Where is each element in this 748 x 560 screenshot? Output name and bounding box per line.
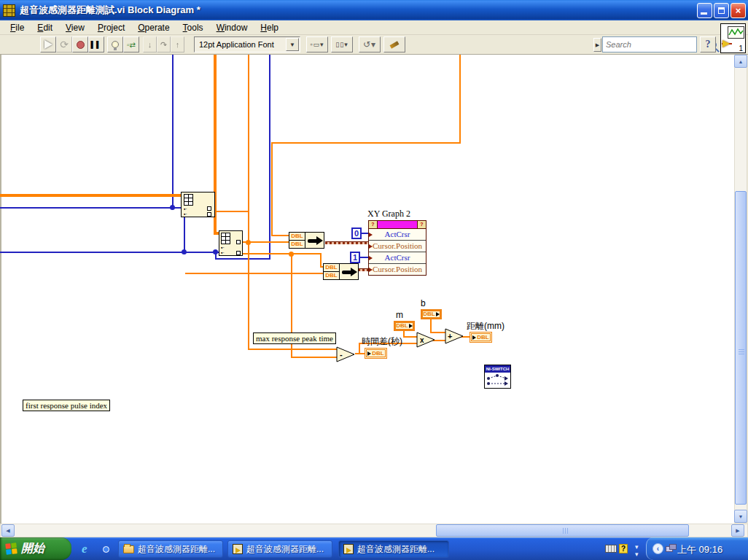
menu-edit[interactable]: Edit <box>31 21 59 34</box>
wire-int[interactable] <box>215 258 270 260</box>
bundle-node-2[interactable]: DBL DBL <box>323 263 359 280</box>
property-row-cursor-position-2[interactable]: Cursor.Position <box>369 264 426 276</box>
close-button[interactable]: × <box>731 3 746 18</box>
block-diagram-canvas[interactable]: ▪· ▪· ▪· ▪· DBL DBL DBL DBL 0 1 XY Graph… <box>0 55 734 524</box>
scroll-left-button[interactable]: ◀ <box>1 524 15 537</box>
scroll-down-button[interactable]: ▼ <box>734 510 747 523</box>
wire-dbl[interactable] <box>459 55 461 144</box>
property-node-title[interactable]: XY Graph 2 <box>367 209 410 219</box>
wire-dbl[interactable] <box>359 343 360 354</box>
language-bar-minimize-icon[interactable]: ▾▾ <box>635 543 639 558</box>
step-over-button[interactable]: ↷ <box>157 36 171 52</box>
wire-int[interactable] <box>269 55 270 260</box>
internet-explorer-icon[interactable]: e <box>82 542 93 554</box>
menu-help[interactable]: Help <box>254 21 285 34</box>
wire-dbl[interactable] <box>271 235 291 236</box>
wire-int[interactable] <box>172 55 174 209</box>
wire-dbl[interactable] <box>271 142 273 236</box>
free-label-max-response[interactable]: max response peak time <box>253 332 336 344</box>
retain-wire-values-button[interactable]: ▫⇄ <box>123 36 139 52</box>
add-node[interactable]: + <box>445 328 464 345</box>
scroll-up-button[interactable]: ▲ <box>734 55 747 68</box>
menu-view[interactable]: View <box>59 21 91 34</box>
menu-tools[interactable]: Tools <box>176 21 210 34</box>
wire-dbl[interactable] <box>185 273 327 274</box>
cleanup-diagram-button[interactable] <box>383 36 405 52</box>
toolbar-overflow-button[interactable]: ▶ <box>593 38 601 52</box>
horizontal-scroll-thumb[interactable] <box>436 524 689 537</box>
wire-int[interactable] <box>0 207 182 209</box>
taskbar-item-labview-2[interactable]: 超音波感測器距離... <box>338 540 449 558</box>
wire-dbl[interactable] <box>241 253 322 254</box>
vi-icon[interactable]: 1 <box>720 23 746 53</box>
wire-dbl[interactable] <box>215 211 249 212</box>
wire-int[interactable] <box>184 217 185 252</box>
keyboard-layout-icon[interactable] <box>605 545 617 553</box>
distribute-objects-button[interactable]: ▯▯▾ <box>331 36 353 52</box>
wire-dbl[interactable] <box>430 318 432 333</box>
taskbar-item-folder[interactable]: 超音波感測器距離... <box>118 540 223 558</box>
vertical-scroll-thumb[interactable] <box>735 191 747 505</box>
control-terminal-m[interactable]: DBL <box>394 321 415 331</box>
help-icon: ? <box>706 39 711 50</box>
indicator-terminal-time-diff[interactable]: DBL <box>365 348 387 359</box>
multiply-node[interactable]: x <box>416 332 436 349</box>
step-into-icon: ↓ <box>148 40 152 49</box>
xy-graph-property-node[interactable]: ? ? ActCrsr Cursor.Position ActCrsr Curs… <box>368 220 426 276</box>
menu-file[interactable]: File <box>4 21 31 34</box>
run-button[interactable] <box>40 36 56 52</box>
index-array-node-1[interactable]: ▪· ▪· <box>181 192 215 217</box>
menu-operate[interactable]: Operate <box>131 21 176 34</box>
wire-dbl-array[interactable] <box>0 194 182 197</box>
step-out-button[interactable]: ↑ <box>171 36 184 52</box>
start-button[interactable]: 開始 <box>0 537 71 560</box>
wire-junction <box>170 205 175 210</box>
align-objects-button[interactable]: ▫▭▾ <box>306 36 328 52</box>
wire-dbl[interactable] <box>320 253 322 268</box>
wire-dbl[interactable] <box>248 55 249 350</box>
taskbar-item-labview-1[interactable]: 超音波感測器距離... <box>227 540 332 558</box>
free-label-first-response[interactable]: first response pulse index <box>23 400 110 411</box>
terminal-label-distance[interactable]: 距離(mm) <box>467 320 504 332</box>
menu-project[interactable]: Project <box>91 21 131 34</box>
run-continuous-button[interactable]: ⟳ <box>56 36 72 52</box>
property-row-actcrsr-1[interactable]: ActCrsr <box>369 229 426 241</box>
reorder-objects-button[interactable]: ↺▾ <box>359 36 381 52</box>
indicator-terminal-distance[interactable]: DBL <box>470 332 492 343</box>
property-row-actcrsr-2[interactable]: ActCrsr <box>369 252 426 264</box>
abort-button[interactable] <box>72 36 88 52</box>
labview-app-icon[interactable] <box>3 4 15 17</box>
constant-0[interactable]: 0 <box>351 228 362 239</box>
constant-1[interactable]: 1 <box>350 252 360 263</box>
input-arrow-icon <box>369 244 373 249</box>
terminal-label-b[interactable]: b <box>421 298 426 308</box>
wire-cluster[interactable] <box>358 268 369 271</box>
scroll-right-button[interactable]: ▶ <box>731 524 744 537</box>
ni-switch-icon[interactable]: NI-SWITCH <box>484 365 511 389</box>
pause-button[interactable]: ▌▌ <box>88 36 104 52</box>
font-selector[interactable]: 12pt Application Font ▼ <box>194 36 300 52</box>
terminal-label-time-diff[interactable]: 時間差(秒) <box>362 335 402 348</box>
chrome-icon[interactable] <box>100 543 112 555</box>
step-into-button[interactable]: ↓ <box>143 36 157 52</box>
restore-button[interactable] <box>714 3 729 18</box>
property-row-cursor-position-1[interactable]: Cursor.Position <box>369 241 426 252</box>
wire-dbl[interactable] <box>271 142 461 144</box>
taskbar-clock[interactable]: 上午 09:16 <box>677 543 722 556</box>
bundle-node-1[interactable]: DBL DBL <box>289 232 324 249</box>
index-array-node-2[interactable]: ▪· ▪· <box>219 230 243 256</box>
font-selector-value: 12pt Application Font <box>199 40 274 49</box>
context-help-button[interactable]: ? <box>700 36 716 52</box>
wire-cluster[interactable] <box>325 241 369 244</box>
control-terminal-b[interactable]: DBL <box>421 309 442 319</box>
subtract-node[interactable]: - <box>336 346 356 363</box>
wire-dbl[interactable] <box>248 349 340 350</box>
search-input[interactable] <box>603 40 710 49</box>
highlight-execution-button[interactable] <box>107 36 123 52</box>
hide-icons-chevron[interactable]: ‹ <box>652 543 663 554</box>
wire-dbl[interactable] <box>291 357 339 358</box>
minimize-button[interactable] <box>697 3 712 18</box>
ime-help-icon[interactable]: ? <box>619 544 628 553</box>
terminal-label-m[interactable]: m <box>396 310 403 320</box>
menu-window[interactable]: Window <box>210 21 254 34</box>
